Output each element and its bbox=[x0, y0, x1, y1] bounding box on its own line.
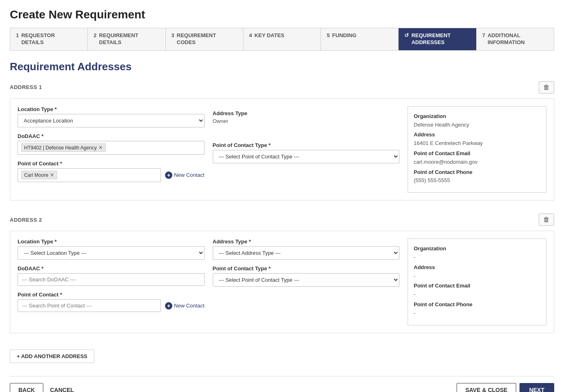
poc-type-field-2: Point of Contact Type --- Select Point o… bbox=[213, 265, 400, 287]
step-1-num: 1 bbox=[16, 32, 19, 39]
address-info-value-1: 16401 E Centretech Parkway bbox=[414, 139, 540, 148]
poc-label-1: Point of Contact bbox=[18, 160, 205, 167]
new-contact-button-2[interactable]: + New Contact bbox=[165, 302, 204, 310]
poc-email-label-2: Point of Contact Email bbox=[414, 282, 540, 290]
step-1[interactable]: 1 REQUESTORDETAILS bbox=[10, 28, 88, 50]
step-5-num: 5 bbox=[327, 32, 330, 39]
location-type-select-2[interactable]: --- Select Location Type --- bbox=[18, 246, 205, 260]
address-2-info: Organization - Address - Point of Contac… bbox=[408, 238, 546, 325]
poc-email-value-2: - bbox=[414, 290, 540, 299]
new-contact-button-1[interactable]: + New Contact bbox=[165, 172, 204, 179]
section-title: Requirement Addresses bbox=[10, 60, 554, 73]
poc-tag-1: Carl Moore ✕ bbox=[21, 171, 57, 179]
step-3-num: 3 bbox=[172, 32, 174, 39]
poc-row-1: Carl Moore ✕ + New Contact bbox=[18, 168, 205, 182]
poc-email-label-1: Point of Contact Email bbox=[414, 149, 540, 158]
dodaac-label-1: DoDAAC bbox=[18, 133, 205, 139]
address-1-block: ADDRESS 1 🗑 Location Type Acceptance Loc… bbox=[10, 81, 554, 200]
footer-right: SAVE & CLOSE NEXT bbox=[457, 383, 554, 392]
dodaac-tag-remove-1[interactable]: ✕ bbox=[98, 145, 103, 151]
poc-type-select-1[interactable]: --- Select Point of Contact Type --- bbox=[213, 150, 400, 163]
footer-left: BACK CANCEL bbox=[10, 383, 76, 392]
step-2-label: REQUIREMENTDETAILS bbox=[99, 32, 138, 46]
dodaac-tag-text-1: HT9402 | Defense Health Agency bbox=[24, 145, 97, 151]
address-2-left: Location Type --- Select Location Type -… bbox=[18, 238, 205, 325]
step-5[interactable]: 5 FUNDING bbox=[321, 28, 399, 50]
poc-email-value-1: carl.moore@nodomain.gov bbox=[414, 158, 540, 167]
poc-phone-label-2: Point of Contact Phone bbox=[414, 301, 540, 309]
poc-type-label-2: Point of Contact Type bbox=[213, 265, 400, 272]
step-7[interactable]: 7 ADDITIONALINFORMATION bbox=[477, 28, 554, 50]
poc-tag-input-1[interactable]: Carl Moore ✕ bbox=[18, 168, 161, 182]
org-label-2: Organization bbox=[414, 245, 540, 253]
dodaac-tag-1: HT9402 | Defense Health Agency ✕ bbox=[21, 143, 106, 152]
step-6-label: REQUIREMENTADDRESSES bbox=[411, 32, 450, 46]
step-3-label: REQUIREMENTCODES bbox=[177, 32, 216, 46]
address-2-content: Location Type --- Select Location Type -… bbox=[10, 231, 554, 333]
new-contact-label-2: New Contact bbox=[174, 303, 204, 309]
back-button[interactable]: BACK bbox=[10, 383, 43, 392]
step-5-label: FUNDING bbox=[332, 32, 356, 39]
plus-circle-icon-2: + bbox=[165, 302, 172, 310]
poc-row-2: + New Contact bbox=[18, 299, 205, 312]
poc-tag-remove-1[interactable]: ✕ bbox=[50, 172, 54, 178]
address-type-value-1: Owner bbox=[213, 118, 400, 124]
poc-label-2: Point of Contact bbox=[18, 292, 205, 298]
step-4-label: KEY DATES bbox=[254, 32, 284, 39]
step-1-label: REQUESTORDETAILS bbox=[21, 32, 55, 46]
address-info-label-2: Address bbox=[414, 263, 540, 272]
step-2-num: 2 bbox=[94, 32, 96, 39]
stepper: 1 REQUESTORDETAILS 2 REQUIREMENTDETAILS … bbox=[10, 28, 554, 51]
step-4[interactable]: 4 KEY DATES bbox=[243, 28, 321, 50]
poc-input-2[interactable] bbox=[18, 299, 161, 312]
address-1-left: Location Type Acceptance Location DoDAAC… bbox=[18, 106, 205, 193]
add-address-button[interactable]: + ADD ANOTHER ADDRESS bbox=[10, 350, 94, 363]
dodaac-input-2[interactable] bbox=[18, 273, 205, 286]
poc-type-field-1: Point of Contact Type --- Select Point o… bbox=[213, 142, 400, 163]
address-2-label: ADDRESS 2 bbox=[10, 217, 42, 223]
address-type-label-1: Address Type bbox=[213, 110, 400, 116]
poc-type-select-2[interactable]: --- Select Point of Contact Type --- bbox=[213, 273, 400, 287]
dodaac-label-2: DoDAAC bbox=[18, 265, 205, 272]
location-type-select-1[interactable]: Acceptance Location bbox=[18, 114, 205, 127]
next-button[interactable]: NEXT bbox=[519, 383, 554, 392]
step-7-label: ADDITIONALINFORMATION bbox=[488, 32, 525, 46]
dodaac-field-2: DoDAAC bbox=[18, 265, 205, 286]
poc-phone-value-2: - bbox=[414, 309, 540, 318]
step-3[interactable]: 3 REQUIREMENTCODES bbox=[166, 28, 243, 50]
address-type-field-1: Address Type Owner bbox=[213, 110, 400, 124]
poc-phone-value-1: (555) 555-5555 bbox=[414, 176, 540, 185]
address-1-info: Organization Defense Health Agency Addre… bbox=[408, 106, 546, 193]
address-1-content: Location Type Acceptance Location DoDAAC… bbox=[10, 98, 554, 200]
location-type-label-1: Location Type bbox=[18, 106, 205, 112]
step-2[interactable]: 2 REQUIREMENTDETAILS bbox=[88, 28, 165, 50]
location-type-field-1: Location Type Acceptance Location bbox=[18, 106, 205, 127]
step-6-num: ↺ bbox=[404, 32, 409, 39]
save-close-button[interactable]: SAVE & CLOSE bbox=[457, 383, 516, 392]
address-2-header: ADDRESS 2 🗑 bbox=[10, 214, 554, 226]
dodaac-tag-input-1[interactable]: HT9402 | Defense Health Agency ✕ bbox=[18, 141, 205, 155]
address-1-header: ADDRESS 1 🗑 bbox=[10, 81, 554, 94]
step-6[interactable]: ↺ REQUIREMENTADDRESSES bbox=[399, 28, 476, 50]
page-title: Create New Requirement bbox=[10, 8, 554, 21]
poc-phone-label-1: Point of Contact Phone bbox=[414, 168, 540, 177]
poc-field-1: Point of Contact Carl Moore ✕ + New Cont… bbox=[18, 160, 205, 182]
address-1-label: ADDRESS 1 bbox=[10, 84, 42, 90]
poc-field-2: Point of Contact + New Contact bbox=[18, 292, 205, 312]
address-2-middle: Address Type --- Select Address Type ---… bbox=[213, 238, 400, 325]
location-type-label-2: Location Type bbox=[18, 238, 205, 245]
poc-tag-text-1: Carl Moore bbox=[24, 172, 48, 178]
cancel-button[interactable]: CANCEL bbox=[48, 383, 75, 392]
org-value-1: Defense Health Agency bbox=[414, 121, 540, 129]
plus-circle-icon-1: + bbox=[165, 172, 172, 179]
address-1-delete-button[interactable]: 🗑 bbox=[539, 81, 554, 94]
dodaac-field-1: DoDAAC HT9402 | Defense Health Agency ✕ bbox=[18, 133, 205, 155]
address-info-value-2: - bbox=[414, 272, 540, 281]
address-type-select-2[interactable]: --- Select Address Type --- bbox=[213, 246, 400, 260]
address-2-block: ADDRESS 2 🗑 Location Type --- Select Loc… bbox=[10, 214, 554, 333]
org-value-2: - bbox=[414, 253, 540, 262]
address-2-delete-button[interactable]: 🗑 bbox=[539, 214, 554, 226]
address-type-field-2: Address Type --- Select Address Type --- bbox=[213, 238, 400, 260]
new-contact-label-1: New Contact bbox=[174, 172, 204, 178]
step-4-num: 4 bbox=[249, 32, 252, 39]
